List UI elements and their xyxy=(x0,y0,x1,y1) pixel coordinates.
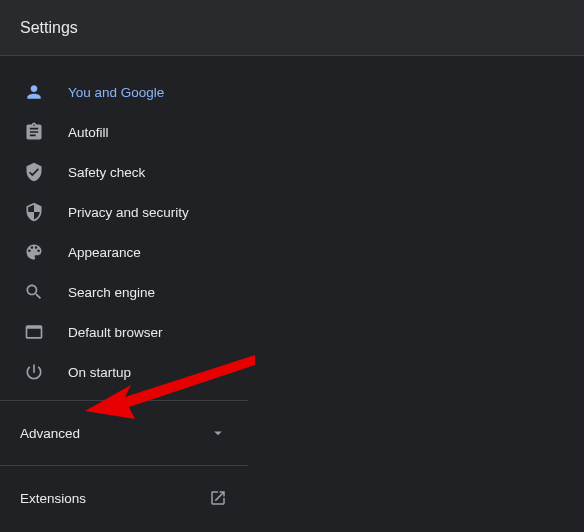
sidebar-item-autofill[interactable]: Autofill xyxy=(0,112,248,152)
sidebar-item-label: Safety check xyxy=(68,165,145,180)
palette-icon xyxy=(24,242,44,262)
sidebar-item-label: On startup xyxy=(68,365,131,380)
sidebar-item-label: Appearance xyxy=(68,245,141,260)
sidebar-item-label: You and Google xyxy=(68,85,164,100)
browser-icon xyxy=(24,322,44,342)
sidebar-item-search-engine[interactable]: Search engine xyxy=(0,272,248,312)
sidebar-about-chrome[interactable]: About Chrome xyxy=(0,522,248,532)
sidebar-item-default-browser[interactable]: Default browser xyxy=(0,312,248,352)
sidebar-item-appearance[interactable]: Appearance xyxy=(0,232,248,272)
sidebar-item-label: Privacy and security xyxy=(68,205,189,220)
open-external-icon xyxy=(208,488,228,508)
chevron-down-icon xyxy=(208,423,228,443)
sidebar-item-label: Search engine xyxy=(68,285,155,300)
page-title: Settings xyxy=(20,19,78,37)
sidebar-item-label: Autofill xyxy=(68,125,109,140)
sidebar-extensions[interactable]: Extensions xyxy=(0,474,248,522)
sidebar-item-you-and-google[interactable]: You and Google xyxy=(0,72,248,112)
settings-sidebar: You and Google Autofill Safety check Pri… xyxy=(0,56,248,532)
sidebar-item-on-startup[interactable]: On startup xyxy=(0,352,248,392)
settings-header: Settings xyxy=(0,0,584,56)
shield-icon xyxy=(24,202,44,222)
sidebar-item-privacy-security[interactable]: Privacy and security xyxy=(0,192,248,232)
power-icon xyxy=(24,362,44,382)
divider xyxy=(0,465,248,466)
search-icon xyxy=(24,282,44,302)
sidebar-item-safety-check[interactable]: Safety check xyxy=(0,152,248,192)
person-icon xyxy=(24,82,44,102)
advanced-label: Advanced xyxy=(20,426,80,441)
extensions-label: Extensions xyxy=(20,491,86,506)
sidebar-item-label: Default browser xyxy=(68,325,163,340)
divider xyxy=(0,400,248,401)
sidebar-advanced-toggle[interactable]: Advanced xyxy=(0,409,248,457)
clipboard-icon xyxy=(24,122,44,142)
shield-check-icon xyxy=(24,162,44,182)
